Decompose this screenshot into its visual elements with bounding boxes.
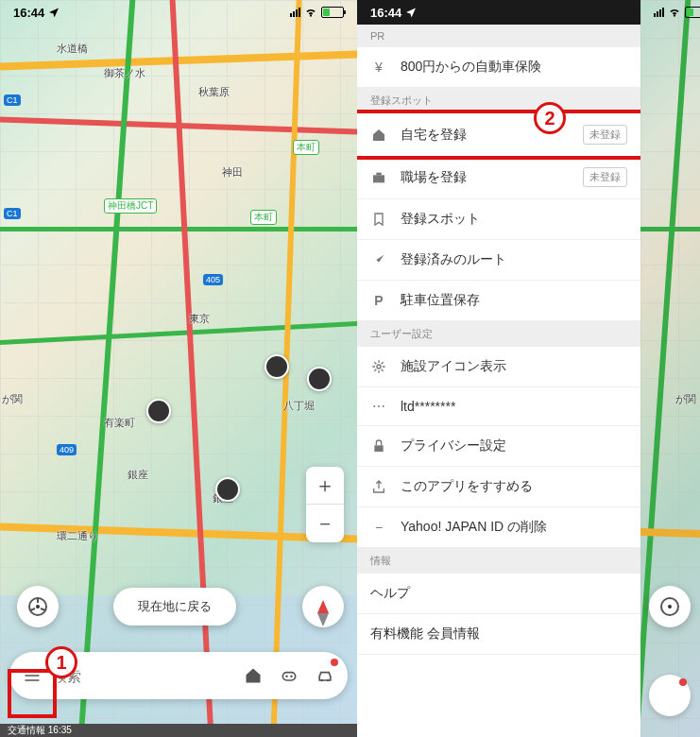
car-icon <box>316 666 334 685</box>
svg-rect-2 <box>282 673 295 680</box>
menu-item-saved-routes[interactable]: 登録済みのルート <box>357 240 640 281</box>
tutorial-badge-2: 2 <box>534 102 566 134</box>
map-label: 水道橋 <box>57 42 88 56</box>
map-label: 東京 <box>189 312 210 326</box>
traffic-info-bar: 交通情報 16:35 <box>0 724 357 737</box>
wifi-icon <box>668 6 681 19</box>
tutorial-badge-1: 1 <box>45 646 77 678</box>
menu-item-home-register[interactable]: 自宅を登録 未登録 <box>357 110 640 160</box>
compass-button[interactable] <box>302 586 344 627</box>
map-label: が関 <box>2 392 23 406</box>
map-label: 神田 <box>222 165 243 180</box>
recenter-button[interactable]: 現在地に戻る <box>113 588 236 626</box>
home-icon <box>370 128 387 143</box>
recenter-label: 現在地に戻る <box>138 598 212 615</box>
bookmark-icon <box>370 212 387 227</box>
menu-item-label: 登録済みのルート <box>401 251 627 268</box>
location-arrow-icon <box>405 7 417 18</box>
status-bar: 16:44 <box>0 0 357 25</box>
menu-section-pr: PR <box>357 25 640 47</box>
menu-item-label: 駐車位置保存 <box>401 292 627 309</box>
menu-item-pr-insurance[interactable]: ¥ 800円からの自動車保険 <box>357 47 640 88</box>
wifi-icon <box>304 6 317 19</box>
dots-icon: ⋯ <box>370 399 387 414</box>
zoom-in-button[interactable]: ＋ <box>306 467 344 505</box>
steering-wheel-icon <box>658 595 681 618</box>
menu-item-label: 施設アイコン表示 <box>401 358 627 375</box>
menu-item-delete-id[interactable]: − Yahoo! JAPAN ID の削除 <box>357 507 640 548</box>
svg-point-6 <box>327 679 330 682</box>
map-label: が関 <box>675 392 696 406</box>
svg-rect-10 <box>374 445 383 452</box>
briefcase-icon <box>370 170 387 185</box>
svg-point-12 <box>668 605 672 608</box>
car-nav-button[interactable] <box>310 657 340 694</box>
tutorial-highlight-1 <box>8 669 57 718</box>
route-badge-405: 405 <box>203 274 223 285</box>
parking-icon: P <box>370 293 387 308</box>
menu-item-parking[interactable]: P 駐車位置保存 <box>357 281 640 321</box>
poi-marker[interactable] <box>265 354 289 379</box>
menu-item-label: 職場を登録 <box>401 169 570 186</box>
svg-point-5 <box>320 679 323 682</box>
minus-icon: − <box>370 520 387 535</box>
home-icon <box>244 666 263 685</box>
map-label: 八丁堀 <box>283 399 315 413</box>
battery-icon <box>321 7 344 18</box>
menu-item-privacy[interactable]: プライバシー設定 <box>357 426 640 467</box>
status-bar <box>640 0 700 25</box>
menu-item-share-app[interactable]: このアプリをすすめる <box>357 467 640 507</box>
poi-marker[interactable] <box>307 367 332 391</box>
menu-item-work-register[interactable]: 職場を登録 未登録 <box>357 156 640 199</box>
map-canvas[interactable]: C1 C1 405 409 水道橋 御茶ノ水 秋葉原 本町 神田橋JCT 神田 … <box>0 0 357 737</box>
poi-marker[interactable] <box>146 399 171 423</box>
menu-item-label: 有料機能 会員情報 <box>370 626 627 643</box>
menu-section-info: 情報 <box>357 548 640 574</box>
menu-item-help[interactable]: ヘルプ <box>357 574 640 614</box>
driving-mode-button[interactable] <box>649 586 691 627</box>
zoom-out-button[interactable]: － <box>306 505 344 542</box>
menu-item-saved-spots[interactable]: 登録スポット <box>357 199 640 240</box>
menu-section-user: ユーザー設定 <box>357 321 640 347</box>
battery-icon <box>685 7 700 18</box>
menu-item-premium[interactable]: 有料機能 会員情報 <box>357 614 640 655</box>
svg-rect-7 <box>373 175 384 182</box>
menu-item-label: 800円からの自動車保険 <box>401 59 627 76</box>
notification-dot <box>331 659 338 666</box>
menu-item-label: 登録スポット <box>401 211 627 228</box>
unregistered-badge: 未登録 <box>583 167 627 187</box>
map-label: 本町 <box>293 140 319 155</box>
map-label: 神田橋JCT <box>104 198 157 214</box>
home-nav-button[interactable] <box>238 657 268 694</box>
gear-icon <box>370 359 387 374</box>
traffic-info-text: 交通情報 16:35 <box>8 724 72 737</box>
search-input[interactable] <box>53 668 232 684</box>
steering-wheel-icon <box>26 595 49 618</box>
svg-point-9 <box>377 365 381 368</box>
location-arrow-icon <box>48 7 60 18</box>
menu-item-label: このアプリをすすめる <box>401 478 627 495</box>
menu-item-facility-icons[interactable]: 施設アイコン表示 <box>357 347 640 387</box>
map-label: 有楽町 <box>104 416 135 430</box>
map-label: 環二通り <box>57 529 98 543</box>
share-icon <box>370 479 387 494</box>
status-bar: 16:44 <box>357 0 640 25</box>
notification-dot <box>679 678 687 686</box>
menu-list[interactable]: PR ¥ 800円からの自動車保険 登録スポット 自宅を登録 未登録 職場を登録… <box>357 25 640 737</box>
lock-icon <box>370 438 387 454</box>
compass-icon <box>317 600 329 613</box>
route-badge-c1: C1 <box>4 94 21 106</box>
poi-marker[interactable] <box>215 477 240 502</box>
bottom-corner-button[interactable] <box>649 675 691 716</box>
svg-point-1 <box>36 605 40 608</box>
traffic-nav-button[interactable] <box>274 657 304 694</box>
svg-rect-8 <box>376 172 381 175</box>
route-badge-c1: C1 <box>4 208 21 219</box>
status-time: 16:44 <box>13 6 44 20</box>
route-icon <box>370 252 387 267</box>
menu-item-label: プライバシー設定 <box>401 437 627 454</box>
menu-item-account-id[interactable]: ⋯ ltd******** <box>357 387 640 426</box>
driving-mode-button[interactable] <box>17 586 59 627</box>
menu-item-label: Yahoo! JAPAN ID の削除 <box>401 519 627 536</box>
yen-icon: ¥ <box>370 60 387 75</box>
